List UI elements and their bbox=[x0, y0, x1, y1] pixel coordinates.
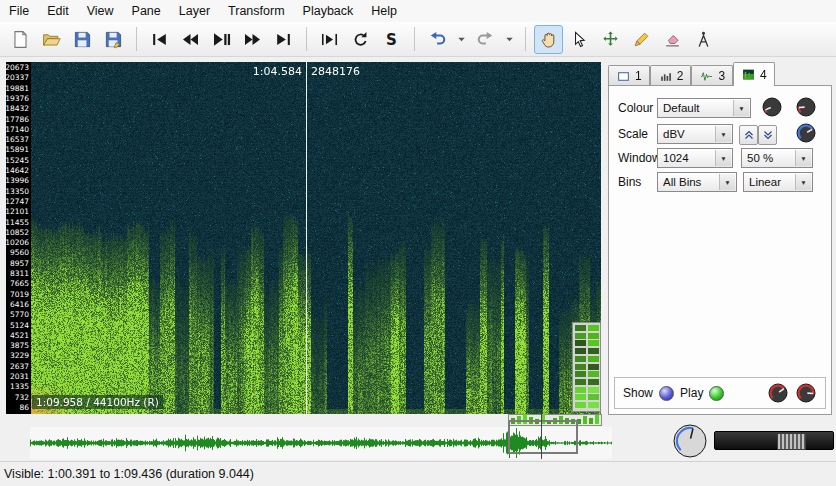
save-as-button[interactable] bbox=[99, 25, 128, 54]
redo-button[interactable] bbox=[471, 25, 500, 54]
freq-tick-label: 7019 bbox=[10, 290, 29, 299]
menu-layer[interactable]: Layer bbox=[170, 1, 219, 21]
freq-tick-label: 19376 bbox=[5, 94, 29, 103]
freq-tick-label: 5770 bbox=[10, 310, 29, 319]
freq-tick-label: 8957 bbox=[10, 259, 29, 268]
play-selection-button[interactable] bbox=[315, 25, 344, 54]
freq-tick-label: 4521 bbox=[10, 331, 29, 340]
chevron-down-icon: ▼ bbox=[733, 100, 749, 116]
window-size-value: 1024 bbox=[663, 152, 689, 164]
new-file-button[interactable] bbox=[6, 25, 35, 54]
skip-end-button[interactable] bbox=[269, 25, 298, 54]
menu-view[interactable]: View bbox=[78, 1, 123, 21]
tab-4[interactable]: 4 bbox=[733, 62, 775, 86]
play-pause-icon bbox=[212, 30, 231, 49]
freq-tick-label: 20673 bbox=[5, 63, 29, 72]
freq-tick-label: 3229 bbox=[10, 351, 29, 360]
scale-select[interactable]: dBV ▼ bbox=[657, 124, 733, 144]
tab-2[interactable]: 2 bbox=[650, 65, 692, 86]
menu-help[interactable]: Help bbox=[362, 1, 406, 21]
menu-transform[interactable]: Transform bbox=[219, 1, 294, 21]
svg-text:S: S bbox=[386, 31, 397, 49]
status-bar: Visible: 1:00.391 to 1:09.436 (duration … bbox=[0, 461, 836, 486]
tab-3[interactable]: 3 bbox=[691, 65, 733, 86]
window-size-select[interactable]: 1024 ▼ bbox=[657, 148, 733, 168]
colour-select[interactable]: Default ▼ bbox=[657, 98, 751, 118]
menu-pane[interactable]: Pane bbox=[123, 1, 170, 21]
main-gain-knob[interactable] bbox=[672, 423, 708, 459]
redo-dropdown-button[interactable] bbox=[502, 25, 517, 54]
freq-tick-label: 19881 bbox=[5, 84, 29, 93]
toolbar-separator bbox=[525, 27, 526, 51]
chevron-down-icon: ▼ bbox=[795, 174, 811, 190]
chevron-down-icon bbox=[504, 34, 515, 45]
toolbar-separator bbox=[414, 27, 415, 51]
rewind-icon bbox=[181, 30, 200, 49]
show-led-button[interactable] bbox=[659, 386, 674, 401]
save-button[interactable] bbox=[68, 25, 97, 54]
layer-footer: Show Play bbox=[614, 377, 826, 409]
bins-scale-select[interactable]: Linear ▼ bbox=[743, 172, 813, 192]
pane-icon bbox=[616, 70, 631, 83]
gain-knob[interactable] bbox=[795, 96, 817, 118]
menu-file[interactable]: File bbox=[0, 1, 38, 21]
play-led-button[interactable] bbox=[709, 386, 724, 401]
playback-pan-knob[interactable] bbox=[795, 382, 817, 404]
rewind-start-button[interactable] bbox=[145, 25, 174, 54]
edit-button[interactable] bbox=[596, 25, 625, 54]
undo-button[interactable] bbox=[423, 25, 452, 54]
tab-label: 3 bbox=[718, 69, 725, 83]
normalize-columns-button[interactable] bbox=[739, 125, 758, 145]
play-selection-icon bbox=[320, 30, 339, 49]
overview-visible-region[interactable] bbox=[508, 420, 578, 454]
undo-icon bbox=[428, 30, 447, 49]
open-file-button[interactable] bbox=[37, 25, 66, 54]
freq-tick-label: 12101 bbox=[5, 207, 29, 216]
toolbar-separator bbox=[306, 27, 307, 51]
double-chevron-down-icon bbox=[762, 129, 774, 141]
fast-forward-button[interactable] bbox=[238, 25, 267, 54]
freq-tick-label: 17140 bbox=[5, 125, 29, 134]
draw-button[interactable] bbox=[627, 25, 656, 54]
bars-icon bbox=[658, 70, 673, 83]
window-overlap-select[interactable]: 50 % ▼ bbox=[741, 148, 813, 168]
freq-tick-label: 5124 bbox=[10, 321, 29, 330]
solo-button[interactable]: S bbox=[377, 25, 406, 54]
erase-button[interactable] bbox=[658, 25, 687, 54]
freq-tick-label: 9560 bbox=[10, 248, 29, 257]
skip-end-icon bbox=[274, 30, 293, 49]
freq-tick-label: 18432 bbox=[5, 104, 29, 113]
scale-label: Scale bbox=[618, 124, 648, 144]
loop-button[interactable] bbox=[346, 25, 375, 54]
playback-speed-fader[interactable] bbox=[714, 431, 834, 450]
navigate-button[interactable] bbox=[534, 25, 563, 54]
visible-range-text: Visible: 1:00.391 to 1:09.436 (duration … bbox=[4, 467, 254, 481]
colour-value: Default bbox=[663, 102, 699, 114]
chevron-down-icon: ▼ bbox=[715, 150, 731, 166]
bins-scale-value: Linear bbox=[749, 176, 781, 188]
spectrogram-pane[interactable] bbox=[31, 62, 601, 414]
toolbar: S bbox=[0, 22, 836, 57]
freq-tick-label: 1335 bbox=[10, 382, 29, 391]
rewind-button[interactable] bbox=[176, 25, 205, 54]
save-as-icon bbox=[104, 30, 123, 49]
waveform-icon bbox=[699, 70, 714, 83]
threshold-knob[interactable] bbox=[795, 122, 817, 144]
measure-button[interactable] bbox=[689, 25, 718, 54]
chevron-down-icon: ▼ bbox=[795, 150, 811, 166]
fader-handle[interactable] bbox=[777, 433, 806, 450]
normalize-visible-button[interactable] bbox=[758, 125, 777, 145]
playback-gain-knob[interactable] bbox=[767, 382, 789, 404]
tab-1[interactable]: 1 bbox=[608, 65, 650, 86]
colour-rotate-knob[interactable] bbox=[761, 96, 783, 118]
menu-playback[interactable]: Playback bbox=[294, 1, 363, 21]
menu-edit[interactable]: Edit bbox=[38, 1, 78, 21]
undo-dropdown-button[interactable] bbox=[454, 25, 469, 54]
navigate-icon bbox=[539, 30, 558, 49]
bins-select[interactable]: All Bins ▼ bbox=[657, 172, 737, 192]
play-pause-button[interactable] bbox=[207, 25, 236, 54]
select-icon bbox=[570, 30, 589, 49]
select-button[interactable] bbox=[565, 25, 594, 54]
freq-tick-label: 732 bbox=[15, 393, 29, 402]
erase-icon bbox=[663, 30, 682, 49]
